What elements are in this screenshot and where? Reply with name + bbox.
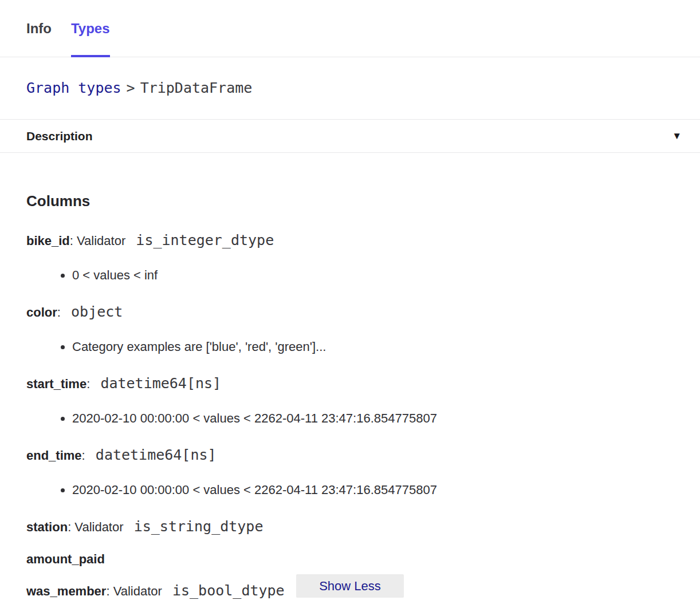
column-validator-prefix: : (86, 377, 93, 391)
column-entry-end-time: end_time: datetime64[ns] (26, 446, 674, 465)
column-constraint: 2020-02-10 00:00:00 < values < 2262-04-1… (72, 481, 674, 499)
column-dtype: is_bool_dtype (172, 582, 285, 599)
column-constraint: 2020-02-10 00:00:00 < values < 2262-04-1… (72, 410, 674, 427)
column-constraint: 0 < values < inf (72, 267, 674, 284)
column-entry-start-time: start_time: datetime64[ns] (26, 374, 674, 393)
column-constraints: Category examples are ['blue', 'red', 'g… (26, 338, 674, 356)
tab-bar: Info Types (0, 0, 700, 57)
column-validator-prefix: : (82, 448, 89, 463)
columns-section: Columns bike_id: Validator is_integer_dt… (0, 192, 700, 608)
column-entry-bike-id: bike_id: Validator is_integer_dtype (26, 231, 674, 250)
breadcrumb: Graph types>TripDataFrame (0, 57, 700, 119)
breadcrumb-current: TripDataFrame (140, 80, 253, 96)
description-accordion[interactable]: Description ▼ (0, 119, 700, 153)
breadcrumb-link-graph-types[interactable]: Graph types (26, 80, 121, 96)
column-constraints: 0 < values < inf (26, 267, 674, 284)
column-validator-prefix: : Validator (106, 584, 166, 598)
columns-heading: Columns (26, 192, 674, 210)
column-name: station (26, 520, 68, 534)
column-entry-color: color: object (26, 303, 674, 322)
column-validator-prefix: : Validator (68, 520, 127, 534)
types-panel: Info Types Graph types>TripDataFrame Des… (0, 0, 700, 608)
column-name: start_time (26, 377, 86, 391)
column-name: end_time (26, 448, 82, 463)
column-dtype: is_integer_dtype (136, 232, 274, 248)
chevron-down-icon[interactable]: ▼ (672, 131, 682, 141)
column-dtype: object (71, 303, 123, 320)
column-dtype: datetime64[ns] (96, 447, 217, 463)
column-constraints: 2020-02-10 00:00:00 < values < 2262-04-1… (26, 410, 674, 427)
column-constraints: 2020-02-10 00:00:00 < values < 2262-04-1… (26, 481, 674, 499)
column-entry-station: station: Validator is_string_dtype (26, 518, 674, 536)
column-name: color (26, 305, 57, 319)
column-name: was_member (26, 584, 106, 598)
column-constraint: Category examples are ['blue', 'red', 'g… (72, 338, 674, 356)
column-validator-prefix: : (57, 305, 64, 319)
column-name: bike_id (26, 234, 70, 248)
description-accordion-label: Description (26, 129, 93, 143)
tab-info[interactable]: Info (26, 0, 52, 57)
column-name: amount_paid (26, 552, 105, 566)
column-validator-prefix: : Validator (70, 234, 129, 248)
column-dtype: is_string_dtype (134, 518, 264, 535)
show-less-button[interactable]: Show Less (296, 574, 404, 598)
column-dtype: datetime64[ns] (100, 375, 221, 392)
breadcrumb-separator: > (127, 80, 135, 96)
tab-types[interactable]: Types (71, 0, 110, 57)
column-entry-amount-paid: amount_paid (26, 550, 674, 568)
